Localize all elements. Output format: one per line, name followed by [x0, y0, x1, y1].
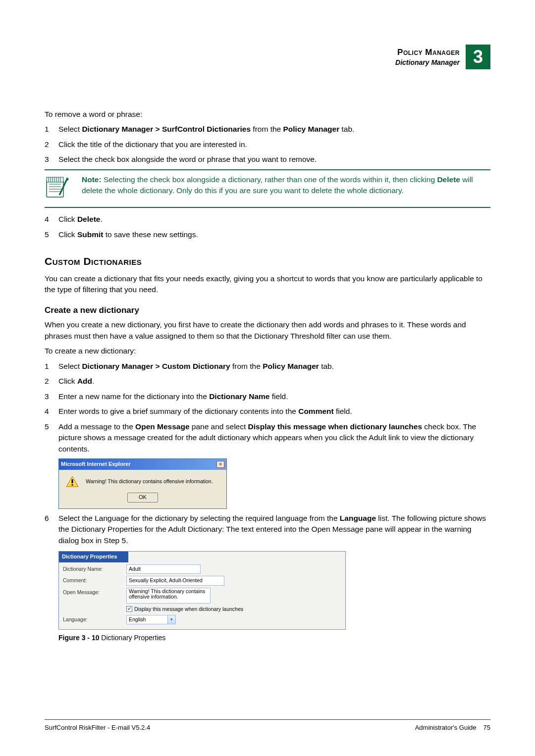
comment-label: Comment:	[63, 576, 122, 584]
close-icon[interactable]: ×	[216, 461, 224, 468]
page-header: Policy Manager Dictionary Manager 3	[45, 45, 490, 69]
svg-rect-0	[47, 180, 63, 197]
list-item: Click Submit to save these new settings.	[58, 229, 490, 240]
list-item: Select the check box alongside the word …	[58, 154, 490, 165]
footer-guide: Administrator's Guide	[415, 724, 477, 731]
header-title: Policy Manager	[395, 47, 460, 58]
list-item: Enter words to give a brief summary of t…	[58, 406, 490, 417]
list-item: Select Dictionary Manager > SurfControl …	[58, 124, 490, 135]
create-steps-list: 1 Select Dictionary Manager > Custom Dic…	[45, 361, 490, 454]
list-item: Select Dictionary Manager > Custom Dicti…	[58, 361, 490, 372]
warning-icon	[66, 476, 79, 488]
scrollbar-icon[interactable]	[204, 588, 211, 605]
language-label: Language:	[63, 615, 122, 623]
dialog-message: Warning! This dictionary contains offens…	[86, 478, 213, 485]
note-icon	[45, 174, 72, 203]
display-message-checkbox[interactable]: ✔	[126, 606, 132, 612]
chapter-number-badge: 3	[466, 45, 490, 69]
remove-steps-list: 1 Select Dictionary Manager > SurfContro…	[45, 124, 490, 165]
svg-rect-14	[72, 484, 73, 486]
open-message-label: Open Message:	[63, 588, 122, 596]
list-item: Add a message to the Open Message pane a…	[58, 421, 490, 454]
display-message-checkbox-label: Display this message when dictionary lau…	[134, 605, 243, 613]
panel-title: Dictionary Properties	[59, 552, 128, 562]
open-message-textarea[interactable]: Warning! This dictionary contains offens…	[126, 588, 211, 604]
create-steps-list-cont: 6 Select the Language for the dictionary…	[45, 513, 490, 546]
list-item: Click the title of the dictionary that y…	[58, 139, 490, 150]
figure-caption: Figure 3 - 10 Dictionary Properties	[58, 633, 490, 643]
footer-product: SurfControl RiskFilter - E-mail V5.2.4	[45, 724, 150, 731]
ok-button[interactable]: OK	[127, 493, 158, 503]
page-footer: SurfControl RiskFilter - E-mail V5.2.4 A…	[45, 719, 490, 731]
note-callout: Note: Selecting the check box alongside …	[45, 169, 490, 208]
dictionary-properties-panel: Dictionary Properties Dictionary Name: A…	[58, 551, 346, 630]
paragraph: When you create a new dictionary, you fi…	[45, 319, 490, 342]
list-item: Enter a new name for the dictionary into…	[58, 391, 490, 402]
footer-page-number: 75	[483, 724, 490, 731]
header-subtitle: Dictionary Manager	[395, 58, 460, 67]
paragraph: To create a new dictionary:	[45, 346, 490, 356]
remove-steps-list-cont: 4 Click Delete. 5 Click Submit to save t…	[45, 214, 490, 240]
intro-text: To remove a word or phrase:	[45, 109, 490, 120]
dialog-title: Microsoft Internet Explorer	[61, 460, 131, 468]
comment-field[interactable]: Sexually Explicit, Adult-Oriented	[126, 576, 224, 585]
list-item: Click Add.	[58, 376, 490, 387]
svg-rect-5	[47, 177, 63, 182]
paragraph: You can create a dictionary that fits yo…	[45, 273, 490, 296]
chevron-down-icon[interactable]: ▾	[168, 615, 176, 624]
ie-warning-dialog: Microsoft Internet Explorer × Warning! T…	[58, 458, 227, 509]
note-text: Note: Selecting the check box alongside …	[82, 174, 490, 197]
dictionary-name-label: Dictionary Name:	[63, 564, 122, 573]
subheading-create-dictionary: Create a new dictionary	[45, 304, 490, 317]
language-select[interactable]: English ▾	[126, 615, 176, 624]
section-heading-custom-dictionaries: Custom Dictionaries	[45, 254, 490, 269]
list-item: Select the Language for the dictionary b…	[58, 513, 490, 546]
dialog-title-bar: Microsoft Internet Explorer ×	[59, 459, 226, 470]
dictionary-name-field[interactable]: Adult	[126, 564, 201, 574]
list-item: Click Delete.	[58, 214, 490, 225]
svg-rect-13	[72, 479, 73, 483]
